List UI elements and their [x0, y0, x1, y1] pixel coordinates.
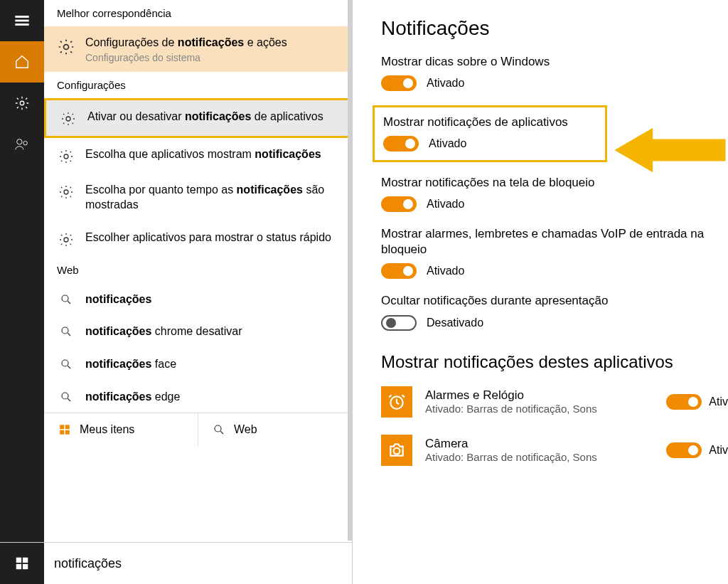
- gear-icon: [57, 35, 75, 58]
- result-quick-status[interactable]: Escolher aplicativos para mostrar o stat…: [44, 221, 352, 257]
- result-duration[interactable]: Escolha por quanto tempo as notificações…: [44, 174, 352, 221]
- svg-rect-18: [65, 430, 70, 435]
- search-icon: [57, 356, 75, 371]
- svg-rect-20: [16, 558, 21, 563]
- web-result-1[interactable]: notificações: [44, 283, 352, 316]
- best-match-title: Configurações de notificações e ações: [85, 35, 287, 51]
- result-choose-apps[interactable]: Escolha que aplicativos mostram notifica…: [44, 138, 352, 174]
- svg-point-5: [23, 141, 28, 145]
- svg-point-9: [64, 190, 68, 194]
- svg-marker-26: [615, 128, 726, 172]
- app-row-alarms[interactable]: Alarmes e Relógio Ativado: Barras de not…: [381, 386, 728, 418]
- setting-label: Ocultar notificações durante apresentaçã…: [381, 293, 728, 309]
- result-text: notificações edge: [85, 389, 180, 405]
- result-text: notificações chrome desativar: [85, 324, 242, 339]
- feedback-rail-button[interactable]: [0, 124, 44, 165]
- svg-point-25: [394, 447, 400, 454]
- search-body: Melhor correspondência Configurações de …: [0, 0, 352, 542]
- start-search-panel: Melhor correspondência Configurações de …: [0, 0, 353, 584]
- result-toggle-app-notifications[interactable]: Ativar ou desativar notificações de apli…: [44, 98, 352, 138]
- search-icon: [57, 389, 75, 403]
- svg-rect-22: [16, 564, 21, 569]
- toggle-presentation[interactable]: [381, 315, 417, 331]
- search-icon: [213, 423, 225, 436]
- scope-label: Meus itens: [80, 423, 134, 436]
- apps-section-title: Mostrar notificações destes aplicativos: [381, 352, 728, 372]
- scrollbar[interactable]: [348, 0, 352, 541]
- scope-web[interactable]: Web: [198, 413, 352, 446]
- side-rail: [0, 0, 44, 542]
- web-result-2[interactable]: notificações chrome desativar: [44, 315, 352, 348]
- web-header: Web: [44, 257, 352, 283]
- result-text: notificações face: [85, 356, 176, 372]
- result-text: Ativar ou desativar notificações de apli…: [87, 109, 323, 124]
- best-match-result[interactable]: Configurações de notificações e ações Co…: [44, 26, 352, 72]
- toggle-app-camera[interactable]: [666, 442, 702, 458]
- svg-point-6: [64, 45, 69, 50]
- svg-point-14: [62, 393, 68, 399]
- svg-point-8: [64, 154, 68, 159]
- page-title: Notificações: [381, 17, 728, 40]
- camera-icon: [381, 435, 412, 466]
- home-button[interactable]: [0, 41, 44, 83]
- svg-point-19: [215, 425, 221, 432]
- setting-label: Mostrar alarmes, lembretes e chamadas Vo…: [381, 226, 722, 258]
- app-name: Alarmes e Relógio: [425, 388, 653, 403]
- svg-rect-0: [16, 16, 28, 18]
- result-text: notificações: [85, 292, 151, 307]
- search-results: Melhor correspondência Configurações de …: [44, 0, 352, 542]
- windows-icon: [58, 423, 71, 436]
- svg-point-4: [17, 139, 22, 144]
- result-text: Escolha por quanto tempo as notificações…: [85, 182, 339, 213]
- toggle-app-alarms[interactable]: [666, 394, 702, 410]
- svg-point-7: [66, 117, 70, 121]
- toggle-state: Ativado: [429, 137, 466, 150]
- web-result-3[interactable]: notificações face: [44, 348, 352, 381]
- best-match-subtitle: Configurações do sistema: [85, 52, 287, 63]
- gear-icon: [57, 182, 75, 201]
- svg-rect-1: [16, 20, 28, 21]
- web-result-4[interactable]: notificações edge: [44, 381, 352, 413]
- svg-rect-16: [65, 425, 70, 429]
- toggle-lockscreen[interactable]: [381, 196, 417, 212]
- toggle-app-notifications[interactable]: [383, 136, 419, 152]
- toggle-state: Ativado: [427, 198, 464, 211]
- settings-header: Configurações: [44, 72, 352, 98]
- svg-point-11: [62, 295, 68, 302]
- notifications-settings-panel: Notificações Mostrar dicas sobre o Windo…: [353, 0, 728, 584]
- toggle-state: Ativ: [709, 444, 728, 457]
- app-name: Câmera: [425, 437, 653, 451]
- annotation-arrow-icon: [611, 122, 728, 181]
- setting-lockscreen: Mostrar notificações na tela de bloqueio…: [381, 175, 728, 212]
- setting-alarms: Mostrar alarmes, lembretes e chamadas Vo…: [381, 226, 728, 279]
- toggle-tips[interactable]: [381, 75, 417, 91]
- app-sub: Ativado: Barras de notificação, Sons: [425, 403, 653, 415]
- svg-rect-17: [60, 430, 64, 435]
- alarm-icon: [381, 386, 412, 418]
- gear-icon: [57, 230, 75, 248]
- toggle-alarms[interactable]: [381, 263, 417, 279]
- svg-point-12: [62, 327, 68, 334]
- hamburger-button[interactable]: [0, 0, 44, 41]
- svg-rect-23: [23, 564, 28, 569]
- search-input[interactable]: [44, 543, 352, 584]
- toggle-state: Ativado: [427, 265, 464, 277]
- result-text: Escolher aplicativos para mostrar o stat…: [85, 230, 331, 245]
- setting-tips: Mostrar dicas sobre o Windows Ativado: [381, 54, 728, 91]
- app-row-camera[interactable]: Câmera Ativado: Barras de notificação, S…: [381, 435, 728, 466]
- scope-my-items[interactable]: Meus itens: [44, 413, 198, 446]
- search-icon: [57, 292, 75, 306]
- start-button[interactable]: [0, 543, 44, 584]
- highlighted-setting: Mostrar notificações de aplicativos Ativ…: [373, 105, 607, 162]
- toggle-state: Ativ: [709, 395, 728, 408]
- toggle-state: Desativado: [427, 317, 483, 329]
- settings-rail-button[interactable]: [0, 83, 44, 124]
- search-icon: [57, 324, 75, 338]
- svg-point-13: [62, 360, 68, 366]
- toggle-state: Ativado: [427, 77, 464, 90]
- gear-icon: [57, 147, 75, 165]
- windows-icon: [14, 556, 30, 571]
- search-bar: [0, 542, 352, 584]
- svg-point-10: [64, 238, 68, 242]
- best-match-header: Melhor correspondência: [44, 0, 352, 26]
